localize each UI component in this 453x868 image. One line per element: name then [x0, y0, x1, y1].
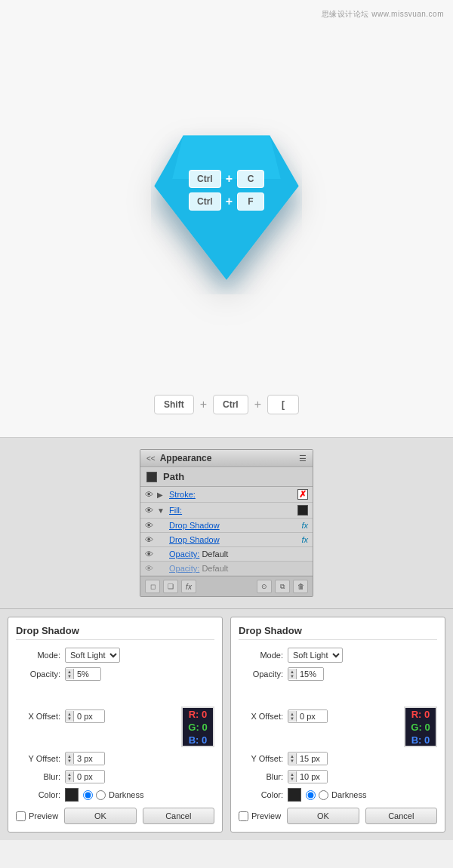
stroke-link[interactable]: Stroke:	[169, 490, 196, 499]
ds2-color-row: Color: Darkness	[239, 788, 437, 802]
ds2-xoffset-input[interactable]	[297, 710, 327, 722]
ds2-yoffset-down[interactable]: ▼	[290, 759, 294, 763]
ds1-color-swatch[interactable]	[65, 788, 79, 802]
expand-arrow-stroke[interactable]: ▶	[157, 491, 168, 499]
ds2-title: Drop Shadow	[239, 625, 437, 640]
panel-resize-button[interactable]: <<	[146, 454, 156, 463]
ds1-blur-input[interactable]	[74, 771, 104, 783]
ds2-radio-darkness[interactable]	[319, 790, 328, 800]
eye-icon-opacity2[interactable]: 👁	[145, 564, 157, 573]
ds2-opacity-down[interactable]: ▼	[290, 674, 294, 679]
bracket-key: [	[267, 395, 299, 414]
ds1-blur-down[interactable]: ▼	[67, 777, 72, 781]
ds2-yoffset-spinbox: ▲ ▼	[288, 752, 328, 765]
ds2-xoffset-arrows[interactable]: ▲ ▼	[288, 711, 297, 722]
watermark: 思缘设计论坛 www.missvuan.com	[322, 9, 444, 20]
ds2-rgb-box: R: 0 G: 0 B: 0	[404, 706, 437, 747]
ds2-mode-select[interactable]: Soft Light	[288, 648, 343, 663]
ctrl-key-2: Ctrl	[189, 192, 221, 211]
ds2-yoffset-input[interactable]	[297, 753, 327, 765]
ds1-opacity-label: Opacity:	[16, 669, 65, 679]
ds2-cancel-button[interactable]: Cancel	[365, 808, 437, 824]
ds1-yoffset-row: Y Offset: ▲ ▼	[16, 752, 214, 765]
drop-shadow-1-link[interactable]: Drop Shadow	[169, 521, 220, 530]
toolbar-btn-delete[interactable]: 🗑	[293, 580, 308, 593]
eye-icon-stroke[interactable]: 👁	[145, 490, 157, 499]
drop-shadow-2-link[interactable]: Drop Shadow	[169, 535, 220, 544]
panel-menu-icon[interactable]: ☰	[299, 454, 307, 463]
opacity-1-value: Default	[202, 549, 228, 559]
fill-link[interactable]: Fill:	[169, 506, 182, 515]
drop-shadow-panel-1: Drop Shadow Mode: Soft Light Opacity: ▲ …	[8, 617, 223, 833]
ds1-xoffset-down[interactable]: ▼	[67, 716, 72, 721]
ds1-xoffset-spinbox: ▲ ▼	[65, 709, 105, 723]
ds2-color-swatch[interactable]	[288, 788, 301, 802]
ds1-radio-group: Darkness	[83, 790, 143, 800]
ds1-darkness-label: Darkness	[109, 790, 143, 799]
expand-arrow-fill[interactable]: ▼	[157, 506, 168, 515]
eye-icon-ds2[interactable]: 👁	[145, 535, 157, 544]
ds1-radio-color[interactable]	[83, 790, 93, 800]
opacity-1-link[interactable]: Opacity:	[169, 549, 199, 559]
toolbar-btn-fx[interactable]: fx	[181, 580, 196, 593]
eye-icon-opacity1[interactable]: 👁	[145, 549, 157, 559]
plus-1: +	[226, 172, 233, 186]
ds1-ok-button[interactable]: OK	[64, 808, 136, 824]
ds2-xoffset-label: X Offset:	[239, 712, 288, 721]
ds2-opacity-arrows[interactable]: ▲ ▼	[288, 669, 297, 679]
ds2-blur-label: Blur:	[239, 772, 288, 781]
opacity-2-link[interactable]: Opacity:	[169, 564, 199, 573]
ds1-yoffset-label: Y Offset:	[16, 754, 65, 763]
ds2-xoffset-row: X Offset: ▲ ▼ R: 0 G: 0 B: 0	[239, 685, 437, 747]
key-row-1: Ctrl + C	[189, 170, 264, 188]
ds2-xoffset-spinbox: ▲ ▼	[288, 709, 328, 723]
ds2-yoffset-arrows[interactable]: ▲ ▼	[288, 753, 297, 764]
ds1-radio-darkness[interactable]	[96, 790, 106, 800]
ds1-preview-check[interactable]	[16, 811, 26, 821]
ds1-opacity-down[interactable]: ▼	[67, 674, 72, 679]
ctrl-key-shortcut: Ctrl	[213, 395, 248, 414]
eye-icon-fill[interactable]: 👁	[145, 506, 157, 515]
ds1-color-label: Color:	[16, 790, 65, 799]
diamond-keys: Ctrl + C Ctrl + F	[189, 170, 264, 211]
ds1-title: Drop Shadow	[16, 625, 214, 640]
ds2-xoffset-down[interactable]: ▼	[290, 716, 294, 721]
ds1-blur-arrows[interactable]: ▲ ▼	[66, 771, 74, 782]
opacity-2-label: Opacity: Default	[168, 564, 308, 573]
ds1-opacity-arrows[interactable]: ▲ ▼	[66, 669, 74, 679]
ds1-yoffset-down[interactable]: ▼	[67, 759, 72, 763]
ds2-preview-label: Preview	[251, 811, 281, 820]
panel-title-text: Appearance	[160, 453, 212, 463]
toolbar-btn-copy[interactable]: ⧉	[275, 580, 290, 593]
ds1-mode-select[interactable]: Soft Light	[65, 648, 120, 663]
toolbar-btn-link[interactable]: ⊙	[257, 580, 272, 593]
ds2-ok-button[interactable]: OK	[287, 808, 359, 824]
ds2-rgb-g: G: 0	[411, 722, 430, 733]
panel-titlebar: << Appearance ☰	[140, 450, 313, 467]
diamond-container: Ctrl + C Ctrl + F	[151, 128, 302, 264]
opacity-row-2: 👁 Opacity: Default	[140, 562, 313, 576]
ds2-blur-down[interactable]: ▼	[290, 777, 294, 781]
ds1-cancel-button[interactable]: Cancel	[143, 808, 214, 824]
toolbar-btn-1[interactable]: ◻	[145, 580, 160, 593]
ds1-xoffset-arrows[interactable]: ▲ ▼	[66, 711, 74, 722]
ds2-opacity-input[interactable]	[297, 668, 323, 680]
ds2-blur-arrows[interactable]: ▲ ▼	[288, 771, 297, 782]
fill-row: 👁 ▼ Fill:	[140, 503, 313, 519]
ds2-darkness-label: Darkness	[331, 790, 366, 799]
ds1-rgb-b: B: 0	[189, 734, 208, 746]
eye-icon-ds1[interactable]: 👁	[145, 521, 157, 530]
ds2-blur-input[interactable]	[297, 771, 327, 783]
ds1-yoffset-input[interactable]	[74, 753, 104, 765]
ds1-blur-spinbox: ▲ ▼	[65, 770, 105, 783]
ds2-preview-check[interactable]	[239, 811, 248, 821]
shift-key: Shift	[154, 395, 194, 414]
toolbar-btn-2[interactable]: ❏	[163, 580, 178, 593]
ds1-xoffset-input[interactable]	[74, 710, 104, 722]
drop-shadow-2-label: Drop Shadow	[168, 535, 301, 544]
ds2-radio-color[interactable]	[306, 790, 316, 800]
shortcut-plus-2: +	[254, 398, 261, 411]
ds1-yoffset-arrows[interactable]: ▲ ▼	[66, 753, 74, 764]
stroke-row: 👁 ▶ Stroke: ✗	[140, 487, 313, 503]
ds1-opacity-input[interactable]	[74, 668, 100, 680]
